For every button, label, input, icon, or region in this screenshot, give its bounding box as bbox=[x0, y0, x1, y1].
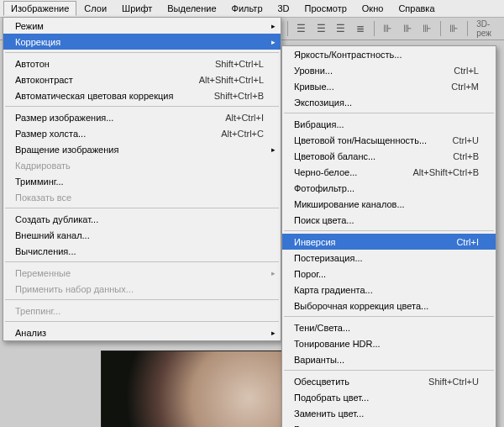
menu-image[interactable]: Изображение bbox=[3, 1, 76, 16]
menu-item-label: Автоматическая цветовая коррекция bbox=[15, 91, 214, 101]
correction-menu-item[interactable]: Черно-белое...Alt+Shift+Ctrl+B bbox=[282, 164, 496, 180]
image-menu-item[interactable]: Внешний канал... bbox=[3, 227, 281, 243]
correction-menu-item[interactable]: Выровнять яркость bbox=[282, 421, 496, 427]
image-menu-item[interactable]: Тримминг... bbox=[3, 173, 281, 189]
correction-menu-item[interactable]: Варианты... bbox=[282, 351, 496, 367]
image-menu-item[interactable]: Размер изображения...Alt+Ctrl+I bbox=[3, 109, 281, 125]
menu-item-label: Показать все bbox=[15, 192, 264, 203]
menu-item-label: Вычисления... bbox=[15, 246, 264, 256]
menu-item-label: Фотофильтр... bbox=[294, 183, 479, 193]
menu-item-label: Микширование каналов... bbox=[294, 199, 479, 209]
align-icon[interactable]: ☰ bbox=[312, 20, 328, 37]
menu-item-label: Переменные bbox=[15, 268, 264, 278]
menu-item-label: Вращение изображения bbox=[15, 145, 264, 155]
menu-item-label: Цветовой баланс... bbox=[294, 151, 453, 161]
menu-item-label: Размер холста... bbox=[15, 129, 221, 139]
menu-item-shortcut: Ctrl+B bbox=[453, 151, 479, 161]
menu-item-label: Вибрация... bbox=[294, 119, 479, 129]
menu-item-label: Анализ bbox=[15, 328, 264, 338]
menu-separator bbox=[5, 106, 279, 107]
submenu-arrow-icon: ▸ bbox=[271, 38, 276, 46]
menu-item-label: Уровни... bbox=[294, 66, 454, 76]
correction-menu-item[interactable]: Цветовой тон/Насыщенность...Ctrl+U bbox=[282, 132, 496, 148]
menu-item-label: Создать дубликат... bbox=[15, 214, 264, 224]
image-menu-item[interactable]: Размер холста...Alt+Ctrl+C bbox=[3, 125, 281, 141]
menu-item-label: Выборочная коррекция цвета... bbox=[294, 301, 479, 311]
correction-menu-item[interactable]: Карта градиента... bbox=[282, 282, 496, 298]
toolbar-sep bbox=[374, 21, 375, 36]
image-menu-item[interactable]: Вычисления... bbox=[3, 243, 281, 259]
image-menu-item[interactable]: АвтотонShift+Ctrl+L bbox=[3, 55, 281, 71]
menu-item-label: Экспозиция... bbox=[294, 98, 479, 108]
menu-select[interactable]: Выделение bbox=[160, 1, 223, 16]
menu-separator bbox=[5, 261, 279, 262]
correction-menu-item[interactable]: Тонирование HDR... bbox=[282, 335, 496, 351]
image-menu-item[interactable]: Вращение изображения▸ bbox=[3, 141, 281, 157]
align-icon[interactable]: ≣ bbox=[352, 20, 368, 37]
correction-menu-item[interactable]: Порог... bbox=[282, 266, 496, 282]
correction-menu-item[interactable]: Постеризация... bbox=[282, 250, 496, 266]
image-menu-item: Треппинг... bbox=[3, 303, 281, 319]
image-menu-item[interactable]: Автоматическая цветовая коррекцияShift+C… bbox=[3, 87, 281, 103]
correction-menu-item[interactable]: Кривые...Ctrl+M bbox=[282, 78, 496, 94]
menu-item-shortcut: Ctrl+U bbox=[453, 135, 479, 145]
menu-3d[interactable]: 3D bbox=[270, 1, 297, 16]
menu-item-label: Заменить цвет... bbox=[294, 409, 479, 419]
submenu-arrow-icon: ▸ bbox=[271, 22, 276, 30]
dist-icon[interactable]: ⊪ bbox=[418, 20, 434, 37]
menu-separator bbox=[284, 113, 494, 113]
menu-item-shortcut: Shift+Ctrl+L bbox=[215, 59, 264, 69]
correction-menu-item[interactable]: Яркость/Контрастность... bbox=[282, 46, 496, 62]
mode-3d-label[interactable]: 3D-реж bbox=[476, 19, 504, 38]
align-icon[interactable]: ☰ bbox=[333, 20, 349, 37]
menu-item-label: Подобрать цвет... bbox=[294, 393, 479, 403]
menubar: Изображение Слои Шрифт Выделение Фильтр … bbox=[0, 0, 504, 18]
correction-menu-item[interactable]: Вибрация... bbox=[282, 116, 496, 132]
dist-icon[interactable]: ⊪ bbox=[380, 20, 396, 37]
menu-item-shortcut: Shift+Ctrl+B bbox=[214, 91, 264, 101]
correction-menu-item[interactable]: Подобрать цвет... bbox=[282, 389, 496, 405]
correction-menu-item[interactable]: Тени/Света... bbox=[282, 319, 496, 335]
correction-menu-item[interactable]: Экспозиция... bbox=[282, 94, 496, 110]
correction-menu-item[interactable]: ИнверсияCtrl+I bbox=[282, 234, 496, 250]
menu-help[interactable]: Справка bbox=[391, 1, 442, 16]
correction-menu-item[interactable]: Поиск цвета... bbox=[282, 212, 496, 228]
image-menu-item[interactable]: Режим▸ bbox=[3, 18, 281, 34]
image-menu-item[interactable]: Анализ▸ bbox=[3, 324, 281, 340]
menu-separator bbox=[5, 208, 279, 208]
image-menu-item[interactable]: Создать дубликат... bbox=[3, 211, 281, 227]
menu-item-shortcut: Alt+Shift+Ctrl+B bbox=[412, 167, 479, 177]
menu-item-label: Поиск цвета... bbox=[294, 215, 479, 225]
menu-item-label: Размер изображения... bbox=[15, 113, 225, 123]
image-menu-item[interactable]: АвтоконтрастAlt+Shift+Ctrl+L bbox=[3, 71, 281, 87]
correction-menu-item[interactable]: Заменить цвет... bbox=[282, 405, 496, 421]
toolbar-sep bbox=[440, 21, 441, 36]
menu-layers[interactable]: Слои bbox=[76, 1, 114, 16]
menu-item-shortcut: Alt+Ctrl+I bbox=[225, 113, 264, 123]
menu-item-label: Тени/Света... bbox=[294, 323, 479, 333]
menu-item-label: Яркость/Контрастность... bbox=[294, 50, 479, 60]
menu-item-label: Применить набор данных... bbox=[15, 284, 264, 294]
menu-type[interactable]: Шрифт bbox=[114, 1, 160, 16]
submenu-arrow-icon: ▸ bbox=[271, 329, 276, 337]
image-menu-item: Переменные▸ bbox=[3, 265, 281, 281]
menu-item-label: Обесцветить bbox=[294, 377, 428, 387]
align-icon[interactable]: ☰ bbox=[293, 20, 309, 37]
menu-item-label: Черно-белое... bbox=[294, 167, 412, 177]
menu-view[interactable]: Просмотр bbox=[297, 1, 354, 16]
dist-icon[interactable]: ⊪ bbox=[399, 20, 415, 37]
correction-menu-item[interactable]: ОбесцветитьShift+Ctrl+U bbox=[282, 373, 496, 389]
correction-menu-item[interactable]: Выборочная коррекция цвета... bbox=[282, 298, 496, 314]
menu-item-label: Карта градиента... bbox=[294, 285, 479, 295]
correction-menu-item[interactable]: Микширование каналов... bbox=[282, 196, 496, 212]
dist-icon[interactable]: ⊪ bbox=[446, 20, 462, 37]
correction-menu-item[interactable]: Фотофильтр... bbox=[282, 180, 496, 196]
image-menu-item[interactable]: Коррекция▸ bbox=[3, 34, 281, 50]
menu-filter[interactable]: Фильтр bbox=[224, 1, 270, 16]
menu-separator bbox=[5, 321, 279, 322]
menu-item-label: Цветовой тон/Насыщенность... bbox=[294, 135, 453, 145]
correction-menu-item[interactable]: Уровни...Ctrl+L bbox=[282, 62, 496, 78]
correction-menu-item[interactable]: Цветовой баланс...Ctrl+B bbox=[282, 148, 496, 164]
menu-separator bbox=[284, 230, 494, 231]
menu-window[interactable]: Окно bbox=[354, 1, 391, 16]
